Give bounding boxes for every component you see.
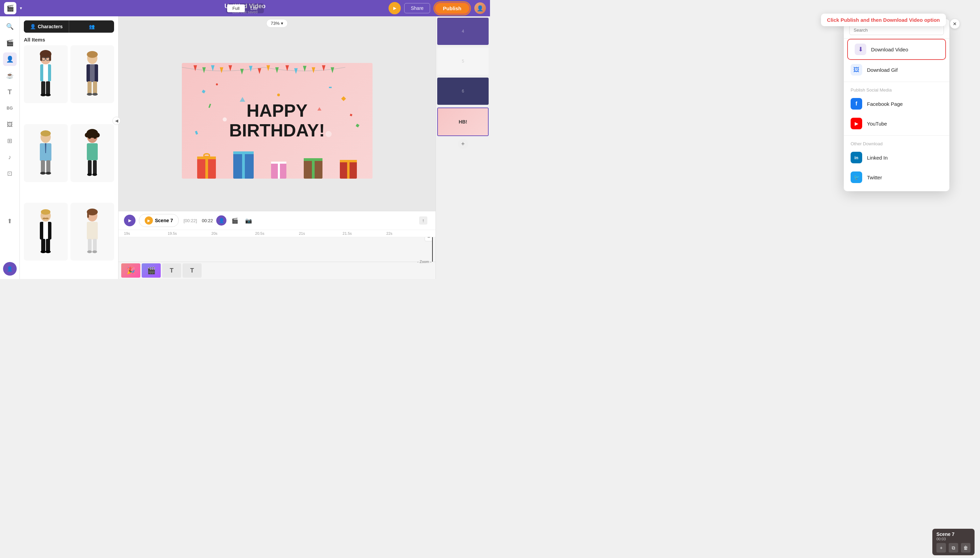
- sidebar-item-upload[interactable]: ⬆: [3, 214, 17, 228]
- characters-grid: [20, 45, 118, 279]
- scene-thumb-4[interactable]: 4: [437, 18, 489, 45]
- full-mode-button[interactable]: Full: [227, 5, 245, 12]
- gift-4: [304, 158, 323, 179]
- filmstrip-thumb-3: T: [162, 263, 181, 277]
- sidebar-item-user-avatar[interactable]: 👤: [3, 262, 17, 276]
- character-svg-3: [32, 128, 59, 179]
- confetti-3: [341, 96, 346, 101]
- character-card-4[interactable]: [71, 124, 114, 182]
- svg-rect-55: [88, 239, 92, 252]
- confetti-5: [329, 87, 332, 88]
- scene-4-number: 4: [462, 29, 464, 34]
- confetti-circle-1: [223, 117, 227, 121]
- character-card-6[interactable]: [71, 203, 114, 261]
- scene-thumb-7[interactable]: HB!: [437, 108, 489, 136]
- sidebar-item-scenes[interactable]: 🎬: [3, 36, 17, 50]
- add-scene-button[interactable]: +: [458, 139, 468, 149]
- share-button[interactable]: Share: [404, 3, 430, 13]
- panel-collapse-arrow[interactable]: ◀: [112, 117, 120, 125]
- timeline-tracks: + −: [119, 237, 435, 262]
- filmstrip-item-2[interactable]: 🎬: [142, 263, 161, 277]
- svg-marker-61: [211, 65, 214, 71]
- sidebar-item-characters[interactable]: 👤: [3, 53, 17, 66]
- timeline-play-button[interactable]: ▶: [124, 215, 135, 226]
- svg-rect-16: [90, 64, 95, 82]
- play-icon: ▶: [393, 6, 396, 11]
- character-card-5[interactable]: [24, 203, 68, 261]
- character-svg-6: [79, 206, 106, 257]
- filmstrip-thumb-2: 🎬: [142, 263, 161, 277]
- svg-rect-17: [87, 81, 92, 94]
- gifts-decoration: [182, 144, 372, 179]
- bunting-decoration: [182, 63, 345, 84]
- ruler-mark-21: 21s: [299, 231, 343, 235]
- svg-point-49: [41, 250, 46, 253]
- filmstrip-thumb-4: T: [183, 263, 202, 277]
- birthday-text-container: HAPPY BIRTHDAY!: [229, 101, 325, 140]
- svg-rect-54: [87, 222, 98, 240]
- sidebar-item-transitions[interactable]: ⊡: [3, 167, 17, 181]
- character-card-1[interactable]: [24, 45, 68, 103]
- confetti-8: [195, 131, 198, 135]
- svg-rect-10: [46, 81, 50, 95]
- timeline-up-button[interactable]: ↑: [419, 217, 427, 225]
- svg-point-20: [92, 93, 98, 95]
- camera-timeline-icon[interactable]: 📷: [244, 215, 254, 226]
- canvas-topbar: 73% ▾: [119, 16, 435, 30]
- svg-marker-62: [220, 67, 223, 73]
- filmstrip-thumb-1: 🎉: [121, 263, 140, 277]
- character-card-3[interactable]: [24, 124, 68, 182]
- user-avatar[interactable]: 👤: [474, 2, 486, 14]
- svg-marker-65: [249, 66, 252, 71]
- filmstrip-item-3[interactable]: T: [162, 263, 181, 277]
- video-timeline-icon[interactable]: 🎬: [230, 215, 240, 226]
- canvas-frame: ◀: [119, 30, 435, 211]
- ruler-mark-195: 19.5s: [168, 231, 211, 235]
- timeline-area: ▶ ▶ Scene 7 [00:22] 00:22 👤 🎬 📷 ↑ 19s 19…: [119, 211, 435, 279]
- video-canvas: HAPPY BIRTHDAY!: [182, 63, 372, 179]
- svg-marker-66: [257, 68, 261, 74]
- logo-dropdown-arrow[interactable]: ▼: [19, 6, 23, 10]
- zoom-control[interactable]: 73% ▾: [266, 19, 288, 28]
- svg-rect-48: [46, 239, 50, 252]
- scene-play-icon: ▶: [145, 217, 153, 225]
- group-tab-icon: 👥: [89, 24, 95, 29]
- sidebar-item-audio[interactable]: ♪: [3, 150, 17, 164]
- logo[interactable]: 🎬: [4, 2, 16, 14]
- birthday-line1: HAPPY: [229, 101, 325, 120]
- publish-button[interactable]: Publish: [435, 3, 469, 14]
- ruler-mark-22: 22s: [387, 231, 430, 235]
- ruler-mark-205: 20.5s: [255, 231, 299, 235]
- svg-rect-26: [46, 160, 50, 173]
- sidebar-item-images[interactable]: 🖼: [3, 118, 17, 131]
- mode-toggle: Full Lite: [226, 3, 264, 13]
- scenes-panel: 4 5 6 HB! + Scene 7 00:03 + ⧉: [435, 16, 490, 279]
- sidebar-item-templates[interactable]: ⊞: [3, 134, 17, 148]
- zoom-out-button[interactable]: −: [425, 237, 433, 241]
- publish-button-ring: Publish: [433, 2, 471, 15]
- scene-6-number: 6: [462, 89, 464, 94]
- sidebar-item-text[interactable]: T: [3, 85, 17, 98]
- scene-thumb-6[interactable]: 6: [437, 77, 489, 105]
- scene-button[interactable]: ▶ Scene 7: [139, 214, 179, 227]
- characters-tab[interactable]: 👤 Characters: [24, 20, 69, 33]
- preview-play-button[interactable]: ▶: [389, 2, 401, 14]
- filmstrip-item-1[interactable]: 🎉: [121, 263, 140, 277]
- confetti-circle-2: [326, 131, 332, 137]
- scene-4-preview: 4: [437, 18, 489, 45]
- character-timeline-icon[interactable]: 👤: [216, 215, 226, 226]
- svg-point-39: [92, 173, 97, 176]
- group-tab[interactable]: 👥: [69, 20, 114, 33]
- gift-1: [197, 156, 216, 179]
- svg-point-58: [92, 250, 97, 253]
- zoom-value: 73%: [271, 21, 280, 26]
- svg-rect-35: [87, 143, 98, 160]
- character-card-2[interactable]: [71, 45, 114, 103]
- sidebar-item-objects[interactable]: ☕: [3, 69, 17, 82]
- sidebar-item-search[interactable]: 🔍: [3, 20, 17, 33]
- lite-mode-button[interactable]: Lite: [245, 5, 263, 12]
- filmstrip-item-4[interactable]: T: [183, 263, 202, 277]
- sidebar-item-backgrounds[interactable]: BG: [3, 102, 17, 115]
- svg-point-27: [40, 172, 46, 174]
- scene-thumb-5[interactable]: 5: [437, 48, 489, 75]
